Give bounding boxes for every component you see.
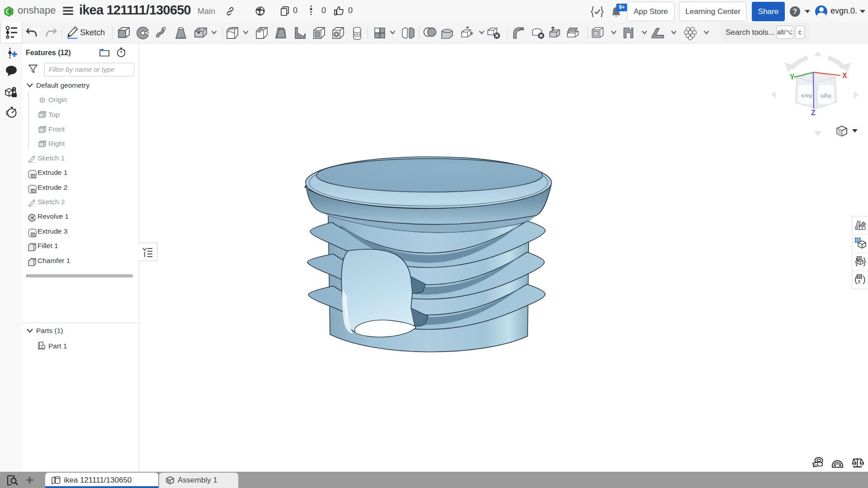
svg-text:Right: Right — [821, 94, 831, 99]
svg-text:Z: Z — [811, 109, 816, 117]
svg-text:}: } — [863, 256, 866, 266]
svg-text:Back: Back — [801, 94, 812, 99]
svg-text:): ) — [863, 274, 866, 284]
svg-text:Y: Y — [790, 73, 795, 81]
svg-text:X: X — [842, 72, 847, 80]
svg-text:x: x — [857, 277, 861, 285]
svg-text:?: ? — [13, 88, 15, 91]
